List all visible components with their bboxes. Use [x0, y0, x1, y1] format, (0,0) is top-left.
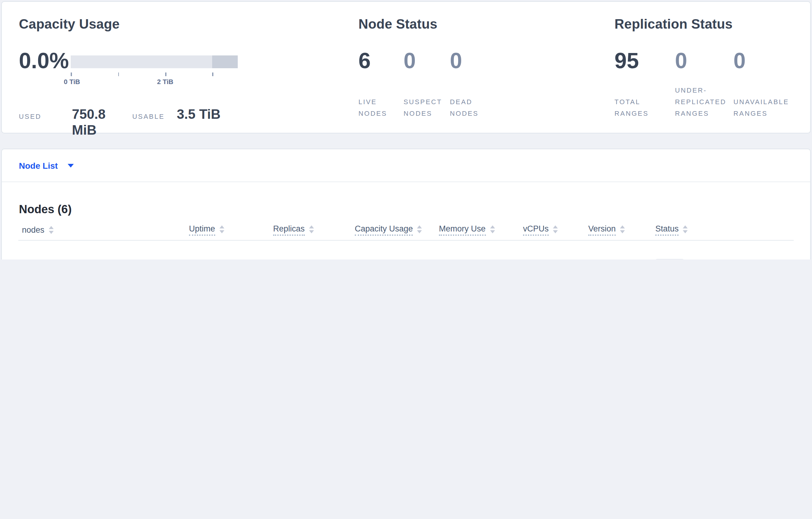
column-header-capacity-usage[interactable]: Capacity Usage: [355, 224, 439, 236]
stat-label: LIVE NODES: [358, 96, 404, 119]
node-cell: localhost:26257 (n1): [18, 259, 189, 260]
sort-down-triangle: [49, 231, 54, 234]
stat-label: TOTAL RANGES: [614, 96, 663, 119]
stat-label: DEAD NODES: [450, 96, 493, 119]
usable-value: 3.5 TiB: [177, 106, 221, 122]
sort-up-triangle: [49, 226, 54, 229]
sort-up-triangle: [417, 225, 422, 228]
logs-link[interactable]: Logs: [760, 259, 779, 260]
status-cell: LIVE: [655, 258, 721, 260]
column-header-label: Capacity Usage: [355, 224, 413, 236]
column-header-label: nodes: [22, 225, 45, 236]
stat-column: 0UNAVAILABLE RANGES: [733, 49, 804, 119]
used-value: 750.8 MiB: [72, 106, 132, 138]
column-header-memory-use[interactable]: Memory Use: [439, 224, 523, 236]
sort-up-triangle: [553, 225, 558, 228]
node-list-dropdown[interactable]: Node List: [19, 160, 58, 170]
capacity-bar-chart: 0 TiB 2 TiB: [71, 55, 238, 94]
table-header-row: nodesUptimeReplicasCapacity UsageMemory …: [18, 216, 794, 241]
column-header-label: Status: [655, 224, 679, 236]
usable-label: USABLE: [132, 113, 177, 120]
column-header-status[interactable]: Status: [655, 224, 721, 236]
logs-cell: Logs: [760, 259, 794, 260]
node-status-stats: 6LIVE NODES0SUSPECT NODES0DEAD NODES: [358, 49, 602, 119]
table-row: localhost:26257 (n1)20 minutes790%1%8v22…: [18, 241, 794, 260]
replication-status-title: Replication Status: [614, 17, 732, 32]
sort-icon[interactable]: [620, 225, 625, 233]
sort-icon[interactable]: [220, 225, 224, 233]
stat-column: 6LIVE NODES: [358, 49, 404, 119]
sort-icon[interactable]: [309, 225, 314, 233]
sort-icon[interactable]: [417, 225, 422, 233]
sort-up-triangle: [620, 225, 625, 228]
axis-tick-label: 0 TiB: [64, 78, 80, 85]
uptime-cell: 20 minutes: [189, 259, 273, 260]
stat-label: SUSPECT NODES: [404, 96, 450, 119]
stat-value: 0: [675, 49, 727, 72]
sort-down-triangle: [309, 230, 314, 233]
table-body: localhost:26257 (n1)20 minutes790%1%8v22…: [18, 241, 794, 260]
sort-icon[interactable]: [490, 225, 495, 233]
sort-icon[interactable]: [553, 225, 558, 233]
stat-label: UNAVAILABLE RANGES: [733, 96, 804, 119]
nodes-count-heading: Nodes (6): [19, 203, 793, 216]
sort-down-triangle: [683, 230, 688, 233]
stat-column: 0SUSPECT NODES: [404, 49, 450, 119]
capacity-bar: [71, 55, 238, 68]
cluster-overview-page: Capacity Usage 0.0% 0 TiB 2 TiB USED 750…: [0, 0, 812, 260]
sort-down-triangle: [220, 230, 224, 233]
capacity-usage-cell: 0%: [355, 259, 439, 260]
axis-tick: [212, 72, 213, 76]
axis-tick: [118, 72, 119, 76]
stat-value: 0: [404, 49, 450, 72]
chevron-down-icon[interactable]: [68, 163, 74, 167]
stat-value: 95: [614, 49, 663, 72]
sort-down-triangle: [620, 230, 625, 233]
column-header-vcpus[interactable]: vCPUs: [523, 224, 588, 236]
sort-up-triangle: [309, 225, 314, 228]
sort-down-triangle: [417, 230, 422, 233]
column-header-label: Replicas: [273, 224, 305, 236]
sort-up-triangle: [683, 225, 688, 228]
sort-icon[interactable]: [683, 225, 688, 233]
stat-column: 95TOTAL RANGES: [614, 49, 675, 119]
node-link[interactable]: localhost:26257 (n1): [22, 259, 99, 260]
sort-down-triangle: [490, 230, 495, 233]
sort-up-triangle: [220, 225, 224, 228]
column-header-label: Memory Use: [439, 224, 486, 236]
capacity-bar-used-segment: [212, 55, 238, 68]
replication-status-stats: 95TOTAL RANGES0UNDER-REPLICATED RANGES0U…: [614, 49, 804, 119]
replicas-cell: 79: [273, 259, 355, 260]
status-badge: LIVE: [655, 258, 684, 260]
column-header-uptime[interactable]: Uptime: [189, 224, 273, 236]
memory-use-cell: 1%: [439, 259, 523, 260]
stat-column: 0DEAD NODES: [450, 49, 493, 119]
column-header-replicas[interactable]: Replicas: [273, 224, 355, 236]
stat-label: UNDER-REPLICATED RANGES: [675, 85, 727, 119]
node-status-title: Node Status: [358, 17, 437, 32]
stat-value: 0: [450, 49, 493, 72]
column-header-label: Uptime: [189, 224, 215, 236]
node-list-panel: Node List Nodes (6) nodesUptimeReplicasC…: [1, 149, 811, 260]
cluster-summary-panel: Capacity Usage 0.0% 0 TiB 2 TiB USED 750…: [1, 1, 811, 133]
sort-icon[interactable]: [49, 226, 54, 234]
column-header-nodes[interactable]: nodes: [18, 225, 189, 236]
view-selector-row: Node List: [2, 149, 810, 182]
stat-value: 6: [358, 49, 404, 72]
nodes-table: nodesUptimeReplicasCapacity UsageMemory …: [18, 216, 794, 260]
axis-tick: [165, 72, 166, 76]
column-header-label: Version: [588, 224, 616, 236]
sort-down-triangle: [553, 230, 558, 233]
used-label: USED: [19, 113, 72, 120]
column-header-version[interactable]: Version: [588, 224, 655, 236]
node-status-section: Node Status 6LIVE NODES0SUSPECT NODES0DE…: [358, 2, 602, 133]
capacity-stats: USED 750.8 MiB USABLE 3.5 TiB: [19, 106, 221, 138]
vcpus-cell: 8: [523, 259, 588, 260]
capacity-usage-title: Capacity Usage: [19, 17, 120, 32]
axis-tick: [71, 72, 71, 76]
stat-column: 0UNDER-REPLICATED RANGES: [675, 49, 733, 119]
capacity-used-percent: 0.0%: [19, 49, 69, 72]
sort-up-triangle: [490, 225, 495, 228]
stat-value: 0: [733, 49, 804, 72]
version-cell: v22.1.4-29-g…: [588, 259, 655, 260]
